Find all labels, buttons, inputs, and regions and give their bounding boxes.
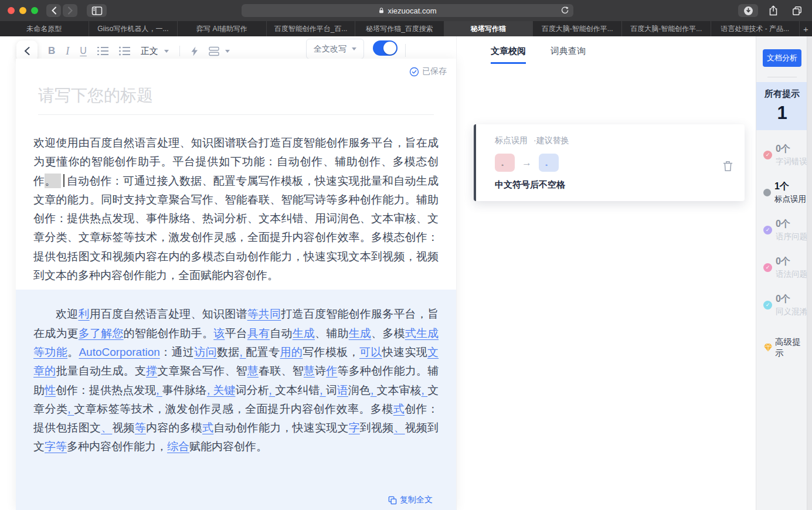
rewrite-suggestion-link[interactable]: AutoCorporation [79,346,159,358]
ordered-list-button[interactable] [97,46,108,56]
punctuation-highlight[interactable]: 。 [45,174,61,188]
trash-icon [723,161,733,172]
rewrite-suggestion-link[interactable]: , [422,384,428,396]
share-button[interactable] [765,4,782,17]
rewrite-suggestion-link[interactable]: 式 [202,421,213,434]
browser-tab-label: 百度大脑-智能创作平... [542,24,613,34]
rewrite-suggestion-link[interactable]: 作 [326,365,337,377]
forward-button[interactable] [63,4,77,17]
browser-tab[interactable]: 秘塔写作猫_百度搜索 [355,21,444,36]
back-button[interactable] [46,4,61,17]
rewrite-toggle[interactable] [373,40,397,56]
tip-count: 0个 [776,256,807,268]
bold-button[interactable]: B [48,45,55,57]
chevron-down-icon [225,50,230,53]
sidebar-toggle-button[interactable] [87,4,107,17]
rewrite-text: 词分析 [235,384,269,396]
block-format-dropdown[interactable] [209,46,230,56]
premium-tips-button[interactable]: 高级提示 [763,336,807,359]
browser-tab[interactable]: 语言处理技术 - 产品... [711,21,800,36]
rewrite-suggestion-link[interactable]: 生成 [293,327,315,339]
rewrite-suggestion-link[interactable]: 等共同 [247,308,281,320]
ai-action-button[interactable] [191,46,198,56]
tab-article-review[interactable]: 文章校阅 [491,46,526,64]
rewrite-suggestion-link[interactable]: 、 [101,421,112,434]
rewrite-suggestion-link[interactable]: 利 [78,308,89,320]
copy-full-text-button[interactable]: 复制全文 [388,495,433,505]
original-paragraph[interactable]: 欢迎使用由百度自然语言处理、知识图谱联合打造百度智能创作服务平台，旨在成为更懂你… [33,134,439,285]
browser-tab[interactable]: 百度大脑-智能创作平... [533,21,622,36]
suggestion-card[interactable]: 标点误用 ·建议替换 。 → 。 中文符号后不空格 [474,124,745,201]
rewrite-suggestion-link[interactable]: 该 [213,327,225,339]
new-tab-button[interactable]: + [800,21,812,36]
rewrite-suggestion-link[interactable]: 用的 [280,346,303,358]
browser-tab[interactable]: 百度智能创作平台_百... [267,21,356,36]
rewrite-suggestion-link[interactable]: 字等 [45,440,67,453]
rewrite-suggestion-link[interactable]: 具有 [247,327,270,339]
browser-tab[interactable]: 弈写 AI辅助写作 [178,21,267,36]
rewrite-suggestion-link[interactable]: , [156,384,162,396]
rewrite-suggestion-link[interactable]: 式 [393,403,405,415]
title-input[interactable]: 请写下您的标题 [38,84,434,115]
browser-tab[interactable]: 秘塔写作猫 [444,21,534,36]
all-tips-panel[interactable]: 所有提示 1 [756,82,808,130]
browser-tab[interactable]: 未命名原型 [0,21,89,36]
rewrite-suggestion-link[interactable]: 慧 [247,365,259,377]
close-button[interactable] [8,7,15,14]
underline-button[interactable]: U [80,46,87,56]
tab-overview-button[interactable] [789,4,805,17]
rewrite-suggestion-link[interactable]: , [67,403,74,415]
rewrite-suggestion-link[interactable]: , [371,384,377,396]
toggle-knob [383,42,396,55]
paragraph-style-label: 正文 [141,46,158,57]
from-punctuation: 。 [495,154,515,172]
rewrite-suggestion-link[interactable]: , [320,384,326,396]
zoom-button[interactable] [31,7,38,14]
rewrite-suggestion-link[interactable]: , [269,384,276,396]
paragraph-style-dropdown[interactable]: 正文 [141,46,169,57]
reload-button[interactable] [560,6,569,16]
minimize-button[interactable] [19,7,26,14]
italic-button[interactable]: I [66,45,69,57]
tip-category-item[interactable]: 1个标点误用 [763,178,807,206]
rewrite-suggestion-link[interactable]: 多了解您 [79,327,124,339]
category-status-icon: ✓ [763,151,772,159]
address-bar[interactable]: xiezuocat.com [242,4,573,17]
rewrite-suggestion-link[interactable]: , 关键 [207,384,236,396]
rewrite-text: 文章标签等技术，激发创作灵感，全面提升内容创作效率。多模 [74,403,393,415]
to-punctuation[interactable]: 。 [539,154,559,172]
check-circle-icon [409,67,419,77]
dismiss-suggestion-button[interactable] [723,161,733,174]
rewrite-suggestion-link[interactable]: 字 [349,421,360,434]
rows-layout-icon [209,46,219,56]
analyze-document-button[interactable]: 文档分析 [763,49,801,67]
browser-tab[interactable]: 百度大脑-智能创作平... [622,21,711,36]
browser-tab-label: 弈写 AI辅助写作 [196,24,247,34]
browser-tab[interactable]: Giiso写作机器人，一... [89,21,178,36]
rewrite-suggestion-link[interactable]: , [240,346,246,358]
rewrite-suggestion-link[interactable]: 撑 [146,365,157,377]
tip-category-item[interactable]: ✓0个语序问题 [763,216,807,244]
tip-category-item[interactable]: ✓0个字词错误 [763,141,807,169]
rewrite-suggestion-link[interactable]: 慧 [304,365,315,377]
rewrite-suggestion-link[interactable]: 性 [45,384,56,396]
rewrite-suggestion-link[interactable]: 访问 [194,346,217,358]
rewrite-suggestion-link[interactable]: 可以 [359,346,382,358]
bullet-list-button[interactable] [119,46,130,56]
tip-count: 0个 [776,143,807,155]
tab-bar-row: 未命名原型Giiso写作机器人，一...弈写 AI辅助写作百度智能创作平台_百.… [0,21,812,36]
rewrite-suggestion-link[interactable]: 语 [337,384,348,396]
rewrite-suggestion-link[interactable]: 综合 [167,440,189,453]
rewrite-suggestion-link[interactable]: 等 [135,421,146,434]
rewrite-mode-dropdown[interactable]: 全文改写 [306,39,364,59]
scrollbar[interactable] [807,36,812,510]
tab-dictionary[interactable]: 词典查询 [551,46,586,64]
rewrite-text: 、辅助 [315,327,349,339]
tip-category-item[interactable]: ✓0个语法问题 [763,253,807,281]
rewrite-suggestion-link[interactable]: 生成 [349,327,371,339]
tip-category-item[interactable]: ✓0个同义混淆 [763,291,807,319]
downloads-button[interactable] [738,4,758,17]
rewrite-suggestion-link[interactable]: 、 [393,421,405,434]
toolbar-divider [179,46,180,56]
rewrite-text: 批量自动生成。支 [56,365,146,377]
